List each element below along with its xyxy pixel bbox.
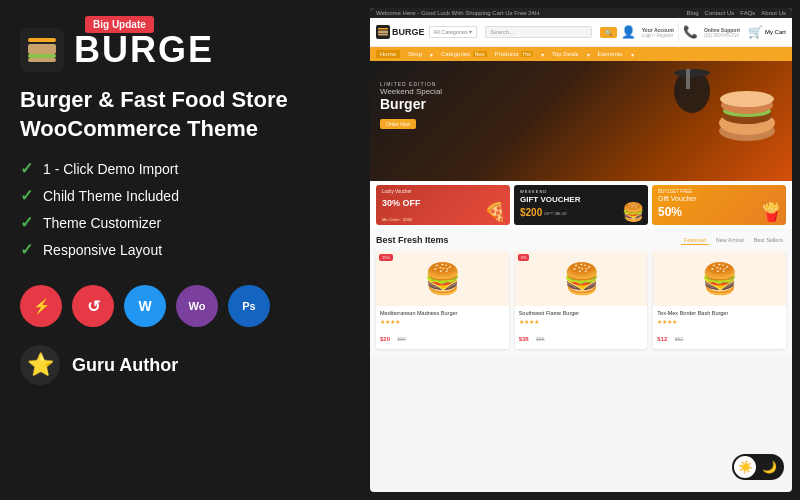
tab-best-sellers[interactable]: Best Sellers	[751, 236, 786, 245]
nav-shop: Shop	[408, 51, 422, 57]
product-price-row-2: $38 $58	[519, 327, 644, 345]
topbar-welcome: Welcome Here - Good Luck With Shopping C…	[376, 10, 539, 16]
hero-title: Burger	[380, 96, 442, 112]
ps-icon: Ps	[228, 285, 270, 327]
svg-rect-3	[28, 54, 56, 58]
burger-logo-icon	[20, 28, 64, 72]
voucher-label-3: BUY1GET FREE	[658, 189, 692, 194]
author-label: Guru Author	[72, 355, 178, 376]
voucher-card-3: BUY1GET FREE Gift Voucher 50% 🍟	[652, 185, 786, 225]
preview-support-phone: (91) 809-545-214	[704, 33, 740, 38]
feature-item-2: ✓ Child Theme Included	[20, 186, 350, 205]
voucher-card-1: Lucky Voucher 30% OFF Min Order - $300 🍕	[376, 185, 510, 225]
elementor-icon: ⚡	[20, 285, 62, 327]
feature-label-1: 1 - Click Demo Import	[43, 161, 178, 177]
products-section-title: Best Fresh Items	[376, 235, 449, 245]
product-food-icon-1: 🍔	[424, 261, 461, 296]
feature-label-2: Child Theme Included	[43, 188, 179, 204]
tech-icons-row: ⚡ ↺ W Wo Ps	[20, 285, 350, 327]
woo-icon: Wo	[176, 285, 218, 327]
preview-search-box: Search...	[485, 26, 591, 38]
preview-support-label: Online Support	[704, 27, 740, 33]
tab-new-arrival[interactable]: New Arrival	[713, 236, 747, 245]
product-badge-2: 9%	[518, 254, 530, 261]
product-image-1: 🍔 15%	[376, 251, 509, 306]
feature-item-4: ✓ Responsive Layout	[20, 240, 350, 259]
preview-search-button: 🔍	[600, 27, 617, 38]
voucher-food-icon-2: 🍔	[622, 201, 644, 223]
preview-search-placeholder: Search...	[490, 29, 514, 35]
svg-point-10	[674, 69, 710, 77]
topbar-about: About Us	[761, 10, 786, 16]
preview-header: BURGE All Categories ▾ Search... 🔍 👤 You…	[370, 18, 792, 47]
update-icon: ↺	[72, 285, 114, 327]
product-image-3: 🍔	[653, 251, 786, 306]
preview-topbar: Welcome Here - Good Luck With Shopping C…	[370, 8, 792, 18]
product-price-3: $12	[657, 336, 667, 342]
voucher-card-2: WEEKEND GIFT VOUCHER $200 GIFT VALUE 🍔	[514, 185, 648, 225]
toggle-dark-mode: 🌙	[758, 456, 780, 478]
product-image-2: 🍔 9%	[515, 251, 648, 306]
voucher-value-2: $200	[520, 207, 542, 218]
product-card-3: 🍔 Tex-Mex Border Bash Burger ★★★★ $12 $5…	[653, 251, 786, 349]
product-price-1: $20	[380, 336, 390, 342]
feature-item-3: ✓ Theme Customizer	[20, 213, 350, 232]
product-stars-2: ★★★★	[519, 318, 644, 325]
svg-rect-1	[28, 38, 56, 42]
product-orig-price-1: $50	[397, 336, 405, 342]
wordpress-icon: W	[124, 285, 166, 327]
tab-featured[interactable]: Featured	[681, 236, 709, 245]
voucher-row: Lucky Voucher 30% OFF Min Order - $300 🍕…	[370, 181, 792, 229]
products-header: Best Fresh Items Featured New Arrival Be…	[376, 235, 786, 245]
product-info-1: Mediterranean Madness Burger ★★★★ $20 $5…	[376, 306, 509, 349]
big-update-badge: Big Update	[85, 16, 154, 33]
feature-item-1: ✓ 1 - Click Demo Import	[20, 159, 350, 178]
product-food-icon-3: 🍔	[701, 261, 738, 296]
author-row: ⭐ Guru Author	[20, 345, 350, 385]
svg-point-17	[720, 91, 774, 107]
voucher-label-1: Lucky Voucher	[382, 189, 412, 194]
product-name-1: Mediterranean Madness Burger	[380, 310, 505, 316]
check-icon-3: ✓	[20, 213, 33, 232]
features-list: ✓ 1 - Click Demo Import ✓ Child Theme In…	[20, 159, 350, 267]
logo-row: BURGE	[20, 28, 350, 72]
feature-label-3: Theme Customizer	[43, 215, 161, 231]
voucher-title-2: GIFT VOUCHER	[520, 195, 580, 204]
preview-category-select: All Categories ▾	[429, 26, 478, 38]
check-icon-2: ✓	[20, 186, 33, 205]
hero-text: Limited Edition Weekend Special Burger O…	[380, 81, 442, 130]
preview-support: 📞 Online Support (91) 809-545-214	[683, 25, 740, 39]
product-info-2: Southwest Flame Burger ★★★★ $38 $58	[515, 306, 648, 349]
products-section: Best Fresh Items Featured New Arrival Be…	[370, 229, 792, 355]
hero-order-button[interactable]: Order Now	[380, 119, 416, 129]
feature-label-4: Responsive Layout	[43, 242, 162, 258]
product-orig-price-2: $58	[536, 336, 544, 342]
preview-inner: Welcome Here - Good Luck With Shopping C…	[370, 8, 792, 492]
toggle-light-mode: ☀️	[734, 456, 756, 478]
topbar-faqs: FAQs	[740, 10, 755, 16]
preview-logo-text: BURGE	[392, 27, 425, 37]
svg-rect-2	[28, 44, 56, 54]
product-name-2: Southwest Flame Burger	[519, 310, 644, 316]
product-stars-3: ★★★★	[657, 318, 782, 325]
logo-text: BURGE	[74, 29, 214, 71]
product-badge-1: 15%	[379, 254, 393, 261]
product-food-icon-2: 🍔	[563, 261, 600, 296]
topbar-links: Blog Contact Us FAQs About Us	[687, 10, 786, 16]
dark-mode-toggle[interactable]: ☀️ 🌙	[732, 454, 784, 480]
svg-rect-11	[686, 69, 690, 89]
voucher-sub-2: GIFT VALUE	[544, 211, 567, 216]
preview-nav: Home Shop ▾ Categories New Products Hot …	[370, 47, 792, 61]
svg-rect-7	[378, 31, 388, 34]
voucher-label-2: WEEKEND	[520, 189, 547, 194]
preview-hero: Limited Edition Weekend Special Burger O…	[370, 61, 792, 181]
preview-account: 👤 Your Account Login / Register	[621, 25, 674, 39]
voucher-title-3: Gift Voucher	[658, 195, 697, 202]
products-grid: 🍔 15% Mediterranean Madness Burger ★★★★ …	[376, 251, 786, 349]
product-price-row-1: $20 $50	[380, 327, 505, 345]
product-orig-price-3: $52	[675, 336, 683, 342]
svg-rect-6	[378, 28, 388, 30]
theme-preview: Welcome Here - Good Luck With Shopping C…	[370, 8, 792, 492]
voucher-sub-1: Min Order - $300	[382, 217, 412, 222]
nav-categories: Categories New	[441, 51, 487, 57]
